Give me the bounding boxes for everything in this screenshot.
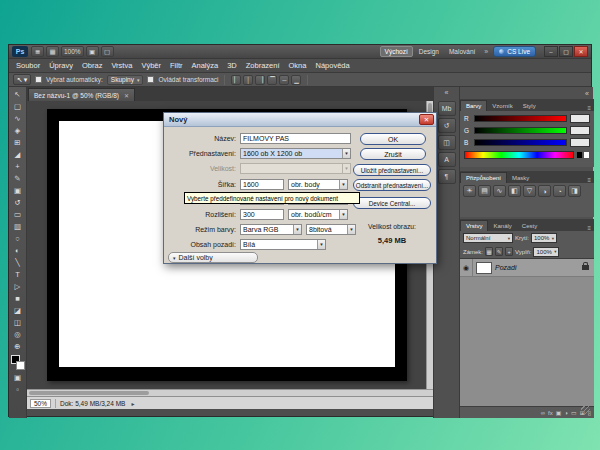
layer-mask-icon[interactable]: ▣ <box>556 409 562 416</box>
resolution-input[interactable]: 300 <box>240 209 284 220</box>
quick-mask-icon[interactable]: ▣ <box>10 372 26 384</box>
resolution-unit-dropdown[interactable]: obr. bodů/cm▼ <box>288 209 348 220</box>
width-unit-dropdown[interactable]: obr. body▼ <box>288 179 348 190</box>
eraser-tool[interactable]: ▭ <box>10 209 26 221</box>
color-mode-dropdown[interactable]: Barva RGB▼ <box>240 224 302 235</box>
move-tool[interactable]: ↖ <box>10 89 26 101</box>
window-resize-grip[interactable] <box>581 406 590 415</box>
red-value-field[interactable] <box>570 114 590 123</box>
background-contents-dropdown[interactable]: Bílá▼ <box>240 239 326 250</box>
menu-item[interactable]: Úpravy <box>49 61 73 70</box>
align-vertical-centers-icon[interactable]: ─ <box>279 75 289 85</box>
align-top-edges-icon[interactable]: ▔ <box>267 75 277 85</box>
color-swatches[interactable] <box>11 355 25 370</box>
align-left-edges-icon[interactable]: ▏ <box>231 75 241 85</box>
exposure-adjustment-icon[interactable]: ◧ <box>508 185 521 197</box>
character-panel-icon[interactable]: A <box>438 152 456 167</box>
show-transform-checkbox[interactable] <box>147 76 154 83</box>
horizontal-scrollbar[interactable] <box>27 389 433 396</box>
menu-item[interactable]: Obraz <box>82 61 102 70</box>
green-value-field[interactable] <box>570 126 590 135</box>
path-selection-tool[interactable]: ▷ <box>10 281 26 293</box>
layer-visibility-eye-icon[interactable]: ◉ <box>460 259 473 277</box>
align-horizontal-centers-icon[interactable]: │ <box>243 75 253 85</box>
menu-item[interactable]: Okna <box>289 61 307 70</box>
menu-item[interactable]: Vrstva <box>111 61 132 70</box>
lock-transparency-icon[interactable]: ▦ <box>485 247 493 256</box>
cancel-button[interactable]: Zrušit <box>360 148 426 160</box>
minimize-button[interactable]: – <box>544 46 558 57</box>
panel-menu-icon[interactable]: ≡ <box>587 177 594 183</box>
red-slider[interactable] <box>474 115 567 122</box>
workspace-button[interactable]: Malování <box>445 47 479 56</box>
view-extras-icon[interactable]: ▦ <box>46 46 59 57</box>
3d-rotate-tool[interactable]: ◪ <box>10 305 26 317</box>
green-slider[interactable] <box>474 127 567 134</box>
menu-item[interactable]: Filtr <box>170 61 183 70</box>
screen-mode-icon[interactable]: ▢ <box>101 46 114 57</box>
brush-tool[interactable]: ✎ <box>10 173 26 185</box>
align-right-edges-icon[interactable]: ▕ <box>255 75 265 85</box>
menu-item[interactable]: Zobrazení <box>246 61 280 70</box>
status-options-arrow-icon[interactable]: ▸ <box>131 400 134 407</box>
screen-mode-toggle-icon[interactable]: ▫ <box>10 384 26 396</box>
close-window-button[interactable]: ✕ <box>574 46 588 57</box>
lasso-tool[interactable]: ∿ <box>10 113 26 125</box>
dodge-tool[interactable]: ◐ <box>10 245 26 257</box>
menu-item[interactable]: Nápověda <box>315 61 349 70</box>
layer-thumbnail[interactable] <box>476 262 492 274</box>
width-input[interactable]: 1600 <box>240 179 284 190</box>
menu-item[interactable]: Analýza <box>191 61 218 70</box>
arrange-documents-icon[interactable]: ▣ <box>86 46 99 57</box>
info-panel-icon[interactable]: ◫ <box>438 135 456 150</box>
tab-channels[interactable]: Kanály <box>488 220 516 231</box>
document-tab[interactable]: Bez názvu-1 @ 50% (RGB/8) ✕ <box>28 88 135 101</box>
blur-tool[interactable]: ○ <box>10 233 26 245</box>
horizontal-scrollbar-thumb[interactable] <box>29 391 149 395</box>
menu-item[interactable]: Soubor <box>16 61 40 70</box>
tab-layers[interactable]: Vrstvy <box>460 220 488 231</box>
zoom-level-control[interactable]: 100% <box>61 46 84 57</box>
workspace-overflow-button[interactable]: » <box>482 48 490 55</box>
crop-tool[interactable]: ⊞ <box>10 137 26 149</box>
hand-tool[interactable]: ◎ <box>10 329 26 341</box>
opacity-dropdown[interactable]: 100%▾ <box>531 233 557 243</box>
layer-group-icon[interactable]: ▭ <box>571 409 577 416</box>
fill-dropdown[interactable]: 100%▾ <box>533 247 559 257</box>
photoshop-logo[interactable]: Ps <box>12 46 28 57</box>
expand-dock-icon[interactable]: « <box>445 89 449 99</box>
color-spectrum-ramp[interactable] <box>464 151 574 159</box>
mini-bridge-panel-icon[interactable]: Mb <box>438 101 456 116</box>
zoom-level-field[interactable]: 50% <box>30 399 51 408</box>
tab-paths[interactable]: Cesty <box>517 220 542 231</box>
zoom-tool[interactable]: ⊕ <box>10 341 26 353</box>
name-input[interactable]: FILMOVY PAS <box>240 133 351 144</box>
delete-preset-button[interactable]: Odstranit přednastavení... <box>353 179 431 191</box>
curves-adjustment-icon[interactable]: ∿ <box>493 185 506 197</box>
paragraph-panel-icon[interactable]: ¶ <box>438 169 456 184</box>
healing-brush-tool[interactable]: + <box>10 161 26 173</box>
document-tab-close-icon[interactable]: ✕ <box>124 92 129 99</box>
link-layers-icon[interactable]: ∞ <box>541 410 545 416</box>
black-white-adjustment-icon[interactable]: ◨ <box>568 185 581 197</box>
cs-live-button[interactable]: CS Live <box>493 46 536 57</box>
preset-dropdown[interactable]: 1600 ob X 1200 ob▼ <box>240 148 351 159</box>
advanced-options-expander[interactable]: ▾ Další volby <box>168 252 258 263</box>
hue-saturation-adjustment-icon[interactable]: ◑ <box>538 185 551 197</box>
history-brush-tool[interactable]: ↺ <box>10 197 26 209</box>
clone-stamp-tool[interactable]: ▣ <box>10 185 26 197</box>
auto-select-dropdown[interactable]: Skupiny▾ <box>107 75 144 85</box>
menu-item[interactable]: 3D <box>227 61 237 70</box>
black-white-ramp[interactable] <box>576 151 590 159</box>
align-bottom-edges-icon[interactable]: ▁ <box>291 75 301 85</box>
marquee-tool[interactable]: ▢ <box>10 101 26 113</box>
workspace-button[interactable]: Design <box>415 47 443 56</box>
lock-position-icon[interactable]: + <box>505 247 513 256</box>
brightness-adjustment-icon[interactable]: ☀ <box>463 185 476 197</box>
layer-row-background[interactable]: ◉ Pozadí <box>460 259 594 277</box>
tab-colors[interactable]: Barvy <box>460 100 487 111</box>
gradient-tool[interactable]: ▥ <box>10 221 26 233</box>
pen-tool[interactable]: ╲ <box>10 257 26 269</box>
move-tool-preset-icon[interactable]: ↖▾ <box>13 74 31 85</box>
menu-item[interactable]: Výběr <box>141 61 161 70</box>
